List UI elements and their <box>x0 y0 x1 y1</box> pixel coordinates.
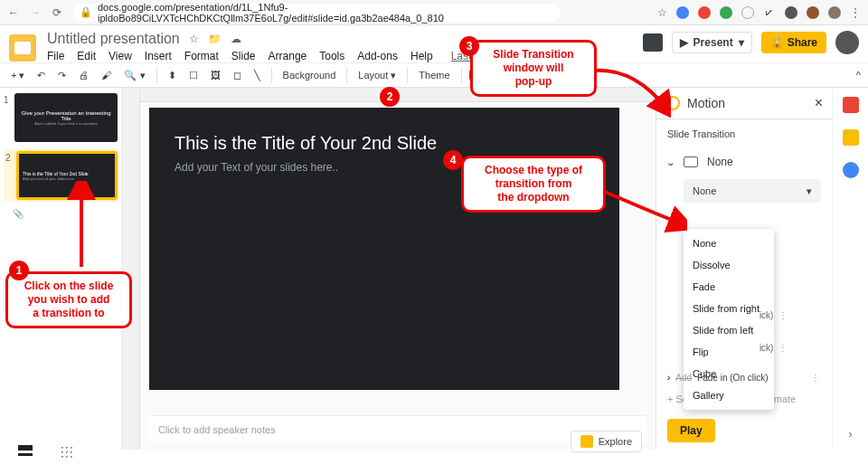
side-rail: › <box>832 88 868 450</box>
rail-tasks-icon[interactable] <box>843 162 859 178</box>
notes-placeholder: Click to add speaker notes <box>158 424 276 435</box>
badge-3: 3 <box>459 36 479 56</box>
ext-7[interactable] <box>807 6 819 19</box>
option-gallery[interactable]: Gallery <box>684 384 774 406</box>
option-slide-left[interactable]: Slide from left <box>684 319 774 341</box>
zoom-button[interactable]: 🔍 ▾ <box>120 68 148 83</box>
browser-chrome: ← → ⟳ 🔒 docs.google.com/presentation/d/1… <box>0 0 868 25</box>
thumb-2[interactable]: 2 This is the Title of Your 2nd Slide Ad… <box>4 149 118 202</box>
paint-format-button[interactable]: 🖌 <box>98 68 115 82</box>
back-icon[interactable]: ← <box>7 6 20 19</box>
badge-1: 1 <box>9 261 29 280</box>
url-text: docs.google.com/presentation/d/1L_1Nfu9-… <box>98 2 553 24</box>
account-avatar[interactable] <box>835 31 859 54</box>
lock-share-icon: 🔒 <box>770 36 784 49</box>
present-caret-icon: ▾ <box>739 36 744 49</box>
slide-canvas[interactable]: This is the Title of Your 2nd Slide Add … <box>149 108 619 390</box>
redo-button[interactable]: ↷ <box>54 68 70 83</box>
bottom-nav <box>18 445 74 458</box>
slide-title[interactable]: This is the Title of Your 2nd Slide <box>149 108 619 161</box>
current-transition-row[interactable]: ⌄ None <box>656 148 832 176</box>
rail-keep-icon[interactable] <box>843 129 859 146</box>
present-label: Present <box>693 36 733 49</box>
option-none[interactable]: None <box>684 232 774 254</box>
present-button[interactable]: ▶ Present ▾ <box>672 32 752 53</box>
ext-4[interactable] <box>741 6 754 19</box>
chevron-right-icon: › <box>666 373 671 383</box>
badge-2: 2 <box>380 87 400 107</box>
ext-avatar[interactable] <box>828 6 841 19</box>
background-button[interactable]: Background <box>279 68 340 82</box>
badge-4: 4 <box>443 150 463 170</box>
menu-tools[interactable]: Tools <box>319 50 344 62</box>
new-slide-button[interactable]: + ▾ <box>7 68 28 83</box>
url-bar[interactable]: 🔒 docs.google.com/presentation/d/1L_1Nfu… <box>72 4 561 22</box>
cloud-icon[interactable]: ☁ <box>231 33 241 45</box>
star-doc-icon[interactable]: ☆ <box>189 33 199 45</box>
menu-format[interactable]: Format <box>184 50 219 62</box>
menu-edit[interactable]: Edit <box>77 50 96 62</box>
ruler-vertical <box>122 88 140 450</box>
rail-calendar-icon[interactable] <box>843 97 859 113</box>
menu-insert[interactable]: Insert <box>145 50 172 62</box>
menu-file[interactable]: File <box>47 50 64 62</box>
ext-1[interactable] <box>676 6 689 19</box>
image-tool[interactable]: 🖼 <box>207 68 224 82</box>
dropdown-caret-icon: ▾ <box>807 185 812 197</box>
theme-button[interactable]: Theme <box>415 68 453 82</box>
add-label: Add <box>675 373 692 383</box>
menu-slide[interactable]: Slide <box>231 50 256 62</box>
callout-3: Slide Transition window will pop-up <box>470 40 597 97</box>
select-tool[interactable]: ⬍ <box>165 68 180 83</box>
ext-6[interactable] <box>785 6 797 19</box>
toolbar-up-icon[interactable]: ^ <box>856 70 861 81</box>
share-button[interactable]: 🔒 Share <box>761 32 826 53</box>
filmstrip-view-icon[interactable] <box>18 445 33 456</box>
share-label: Share <box>788 36 817 49</box>
forward-icon[interactable]: → <box>29 6 42 19</box>
transition-dropdown[interactable]: None ▾ <box>684 179 821 203</box>
motion-panel: Motion × Slide Transition ⌄ None None ▾ … <box>656 88 832 450</box>
menu-view[interactable]: View <box>108 50 132 62</box>
callout-4: Choose the type of transition from the d… <box>461 156 606 213</box>
ext-5[interactable]: 🗸 <box>763 5 776 20</box>
motion-icon <box>665 96 680 110</box>
kebab-icon[interactable]: ⋮ <box>850 6 861 19</box>
attach-icon: 📎 <box>13 209 118 219</box>
star-icon[interactable]: ☆ <box>657 6 667 19</box>
ext-2[interactable] <box>698 6 711 19</box>
menu-help[interactable]: Help <box>410 50 433 62</box>
print-button[interactable]: 🖨 <box>75 68 92 82</box>
undo-button[interactable]: ↶ <box>33 68 49 83</box>
layout-button[interactable]: Layout ▾ <box>354 68 400 83</box>
menu-arrange[interactable]: Arrange <box>269 50 307 62</box>
ext-3[interactable] <box>720 6 732 19</box>
misc-row-1: ick) ⋮ <box>760 310 788 320</box>
grid-view-icon[interactable] <box>60 445 74 458</box>
fadein-row[interactable]: › Add Fade in (On click) ⋮ <box>656 369 832 386</box>
play-button[interactable]: Play <box>667 419 715 442</box>
slide-rect-icon <box>684 157 698 167</box>
option-dissolve[interactable]: Dissolve <box>684 254 774 276</box>
shape-tool[interactable]: ◻ <box>230 68 245 83</box>
reload-icon[interactable]: ⟳ <box>51 6 63 19</box>
explore-label: Explore <box>599 436 632 447</box>
slides-logo[interactable] <box>9 34 36 62</box>
close-icon[interactable]: × <box>815 95 823 111</box>
workspace: 1 Give your Presentation an Interesting … <box>0 88 868 450</box>
chevron-down-icon: ⌄ <box>665 157 675 167</box>
slide-transition-heading: Slide Transition <box>656 119 832 148</box>
comments-icon[interactable] <box>643 33 663 52</box>
line-tool[interactable]: ╲ <box>250 68 264 83</box>
menu-addons[interactable]: Add-ons <box>357 50 398 62</box>
doc-title[interactable]: Untitled presentation <box>47 31 180 47</box>
textbox-tool[interactable]: ☐ <box>185 68 202 83</box>
present-icon: ▶ <box>680 36 688 49</box>
rail-expand-icon[interactable]: › <box>849 428 853 441</box>
current-transition-label: None <box>707 156 733 168</box>
thumb-1[interactable]: 1 Give your Presentation an Interesting … <box>4 93 118 142</box>
explore-button[interactable]: Explore <box>571 431 642 452</box>
option-fade[interactable]: Fade <box>684 276 774 298</box>
move-icon[interactable]: 📁 <box>208 33 222 45</box>
callout-1: Click on the slide you wish to add a tra… <box>5 271 132 328</box>
